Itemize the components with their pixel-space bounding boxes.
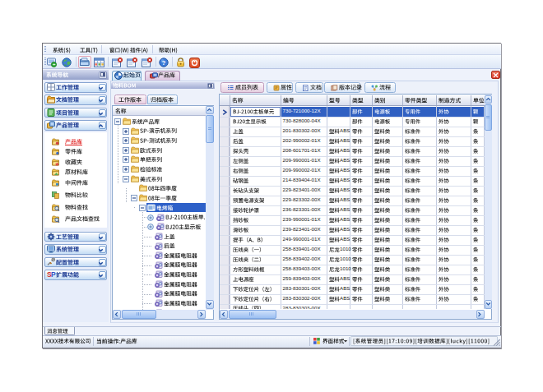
svg-text:?: ?	[162, 58, 166, 66]
